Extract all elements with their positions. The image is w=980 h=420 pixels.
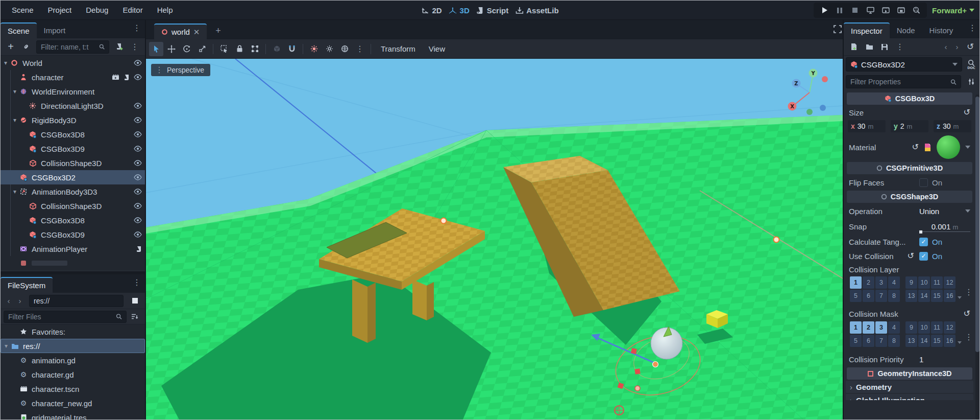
collision-mask-menu-icon[interactable]: ⋮ (962, 333, 976, 341)
collapse-icon[interactable]: ▾ (11, 116, 19, 124)
file-row-character-new-gd[interactable]: ⚙ character_new.gd (1, 396, 145, 410)
visibility-eye-icon[interactable] (134, 217, 142, 223)
history-forward-button[interactable]: › (15, 294, 25, 308)
revert-icon[interactable]: ↺ (964, 108, 970, 116)
collision-bit-15[interactable]: 15 (931, 290, 943, 302)
scene-tree-menu-icon[interactable]: ⋮ (128, 43, 142, 51)
play-button[interactable] (818, 4, 831, 16)
scene-filter-input[interactable] (41, 43, 96, 51)
rotate-tool-button[interactable] (180, 42, 194, 56)
visibility-eye-icon[interactable] (134, 203, 142, 209)
play-scene-button[interactable] (879, 4, 892, 16)
tree-row-csgbox3d8-2[interactable]: CSGBox3D8 (1, 213, 145, 227)
menu-debug[interactable]: Debug (80, 4, 114, 16)
select-tool-button[interactable] (149, 42, 163, 56)
collision-bit-8[interactable]: 8 (888, 335, 900, 347)
menu-editor[interactable]: Editor (116, 4, 149, 16)
perspective-button[interactable]: ⋮ Perspective (151, 64, 210, 76)
object-history-button[interactable]: ↺ (963, 40, 977, 54)
category-geometryinstance3d[interactable]: GeometryInstance3D (847, 367, 972, 380)
file-row-character-gd[interactable]: ⚙ character.gd (1, 367, 145, 382)
size-x-field[interactable]: x 30 m (848, 120, 886, 132)
collision-bit-12[interactable]: 12 (944, 321, 955, 334)
workspace-2d-button[interactable]: 2D (421, 6, 442, 15)
history-forward-button[interactable]: › (952, 40, 962, 54)
collision-bit-7[interactable]: 7 (875, 335, 887, 347)
file-row-gridmaterial-tres[interactable]: gridmaterial.tres (1, 410, 145, 420)
collision-bit-1[interactable]: 1 (850, 321, 862, 334)
property-tools-button[interactable] (964, 75, 978, 89)
gizmo-handle-red[interactable] (634, 368, 640, 374)
collapse-icon[interactable]: ▾ (2, 342, 10, 349)
open-scene-icon[interactable] (112, 74, 119, 80)
new-resource-button[interactable] (847, 40, 861, 54)
tree-row-partial[interactable] (1, 256, 145, 270)
file-filter-input[interactable] (8, 313, 113, 321)
collision-layer-menu-icon[interactable]: ⋮ (962, 288, 976, 296)
tree-row-rigidbody3d[interactable]: ▾ RigidBody3D (1, 113, 145, 127)
collapse-icon[interactable]: ▾ (2, 59, 10, 66)
collision-bit-9[interactable]: 9 (905, 321, 917, 334)
property-filter-field[interactable] (846, 75, 961, 88)
group-selected-button[interactable] (248, 42, 262, 56)
inspector-scrollbar[interactable] (975, 95, 979, 419)
use-collision-checkbox[interactable]: ✓ (919, 252, 928, 261)
collision-bit-2[interactable]: 2 (863, 321, 874, 334)
tree-row-csgbox3d2-selected[interactable]: CSGBox3D2 (1, 170, 145, 184)
menu-scene[interactable]: Scene (6, 4, 40, 16)
collision-bit-8[interactable]: 8 (888, 290, 900, 302)
collision-priority-field[interactable]: 1 (919, 355, 970, 364)
script-icon[interactable] (136, 246, 142, 252)
preview-sun-toggle[interactable] (307, 42, 321, 56)
visibility-eye-icon[interactable] (134, 103, 142, 109)
scene-dock-menu-icon[interactable]: ⋮ (130, 24, 144, 32)
lock-selected-button[interactable] (232, 42, 247, 56)
file-row-animation-gd[interactable]: ⚙ animation.gd (1, 353, 145, 367)
viewport-canvas[interactable]: Y Z X (146, 59, 843, 420)
history-back-button[interactable]: ‹ (941, 40, 951, 54)
movie-maker-button[interactable] (910, 4, 923, 16)
collision-bit-3[interactable]: 3 (875, 276, 887, 289)
stop-button[interactable] (848, 4, 862, 16)
property-filter-input[interactable] (850, 78, 947, 86)
flip-faces-checkbox[interactable] (919, 178, 928, 187)
visibility-eye-icon[interactable] (134, 189, 142, 195)
group-global-illumination[interactable]: › Global Illumination (846, 394, 973, 400)
csg-handle[interactable] (441, 218, 447, 224)
collision-bit-5[interactable]: 5 (850, 335, 862, 347)
toggle-split-mode-button[interactable] (128, 294, 142, 308)
open-docs-button[interactable]: DOC (964, 57, 978, 72)
tree-row-animationplayer[interactable]: AnimationPlayer (1, 242, 145, 256)
tab-history[interactable]: History (922, 22, 961, 38)
collision-bit-14[interactable]: 14 (918, 335, 930, 347)
collision-bit-13[interactable]: 13 (905, 335, 917, 347)
category-csgbox3d[interactable]: CSGBox3D (847, 92, 972, 105)
revert-icon[interactable]: ↺ (912, 143, 919, 151)
menu-project[interactable]: Project (42, 4, 78, 16)
collision-bit-13[interactable]: 13 (905, 290, 917, 302)
collision-bit-16[interactable]: 16 (944, 335, 955, 347)
save-resource-button[interactable] (877, 40, 892, 54)
workspace-assetlib-button[interactable]: AssetLib (516, 6, 558, 15)
move-tool-button[interactable] (164, 42, 179, 56)
tree-row-collisionshape3d[interactable]: CollisionShape3D (1, 156, 145, 170)
calculate-tangents-checkbox[interactable]: ✓ (919, 238, 928, 246)
collision-bit-11[interactable]: 11 (931, 276, 943, 289)
collision-bit-4[interactable]: 4 (888, 276, 900, 289)
pause-button[interactable] (833, 4, 846, 16)
inspector-dock-menu-icon[interactable]: ⋮ (965, 24, 979, 32)
tree-row-directionallight3d[interactable]: DirectionalLight3D (1, 99, 145, 113)
category-csgshape3d[interactable]: CSGShape3D (847, 191, 972, 203)
grid-expand-icon[interactable] (958, 296, 962, 299)
collision-bit-3[interactable]: 3 (875, 321, 887, 334)
grid-expand-icon[interactable] (958, 341, 962, 344)
scale-tool-button[interactable] (195, 42, 209, 56)
view-menu[interactable]: View (423, 42, 451, 55)
collision-bit-15[interactable]: 15 (931, 335, 943, 347)
tab-node[interactable]: Node (890, 22, 922, 38)
play-custom-scene-button[interactable] (894, 4, 908, 16)
scrollbar-thumb[interactable] (975, 97, 979, 352)
tab-filesystem[interactable]: FileSystem (1, 277, 53, 293)
tree-row-animationbody3d3[interactable]: ▾ AnimationBody3D3 (1, 184, 145, 199)
collision-bit-11[interactable]: 11 (931, 321, 943, 334)
